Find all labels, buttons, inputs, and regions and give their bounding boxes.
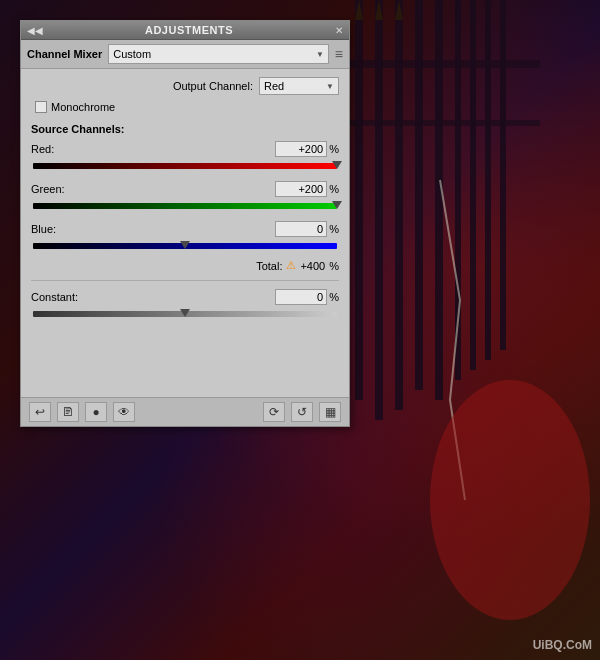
green-unit: % bbox=[329, 183, 339, 195]
toolbar-right: ⟳ ↺ ▦ bbox=[263, 402, 341, 422]
monochrome-label: Monochrome bbox=[51, 101, 115, 113]
panel-title: ADJUSTMENTS bbox=[145, 24, 233, 36]
red-slider-bar bbox=[33, 163, 337, 169]
divider bbox=[31, 280, 339, 281]
green-value-text: +200 bbox=[298, 183, 323, 195]
red-value-group: +200 % bbox=[275, 141, 339, 157]
constant-slider-track[interactable] bbox=[33, 307, 337, 321]
new-layer-button[interactable]: 🖹 bbox=[57, 402, 79, 422]
refresh-icon: ⟳ bbox=[269, 405, 279, 419]
monochrome-checkbox[interactable] bbox=[35, 101, 47, 113]
grid-icon: ▦ bbox=[325, 405, 336, 419]
blue-slider-top: Blue: 0 % bbox=[31, 221, 339, 237]
panel-window-controls: ✕ bbox=[335, 25, 343, 36]
panel-menu-icon[interactable]: ≡ bbox=[335, 46, 343, 62]
refresh-button[interactable]: ⟳ bbox=[263, 402, 285, 422]
constant-slider-row: Constant: 0 % bbox=[31, 289, 339, 321]
constant-unit: % bbox=[329, 291, 339, 303]
green-value-input[interactable]: +200 bbox=[275, 181, 327, 197]
red-slider-top: Red: +200 % bbox=[31, 141, 339, 157]
reset-button[interactable]: ↺ bbox=[291, 402, 313, 422]
adjustments-panel: ◀◀ ADJUSTMENTS ✕ Channel Mixer Custom ▼ … bbox=[20, 20, 350, 427]
eye-button[interactable]: 👁 bbox=[113, 402, 135, 422]
blue-value-text: 0 bbox=[317, 223, 323, 235]
toolbar-left: ↩ 🖹 ● 👁 bbox=[29, 402, 135, 422]
collapse-icon[interactable]: ◀◀ bbox=[27, 25, 43, 36]
reset-icon: ↺ bbox=[297, 405, 307, 419]
green-label: Green: bbox=[31, 183, 81, 195]
blue-slider-row: Blue: 0 % bbox=[31, 221, 339, 253]
empty-space bbox=[31, 329, 339, 389]
grid-button[interactable]: ▦ bbox=[319, 402, 341, 422]
panel-titlebar: ◀◀ ADJUSTMENTS ✕ bbox=[21, 21, 349, 40]
panel-body: Output Channel: Red ▼ Monochrome Source … bbox=[21, 69, 349, 397]
green-slider-handle[interactable] bbox=[332, 201, 342, 209]
green-slider-top: Green: +200 % bbox=[31, 181, 339, 197]
preset-value: Custom bbox=[113, 48, 151, 60]
red-label: Red: bbox=[31, 143, 81, 155]
blue-label: Blue: bbox=[31, 223, 81, 235]
constant-slider-handle[interactable] bbox=[180, 309, 190, 317]
warning-icon: ⚠ bbox=[286, 259, 296, 272]
output-channel-value: Red bbox=[264, 80, 284, 92]
total-value: +400 bbox=[300, 260, 325, 272]
green-value-group: +200 % bbox=[275, 181, 339, 197]
blue-slider-handle[interactable] bbox=[180, 241, 190, 249]
output-channel-label: Output Channel: bbox=[173, 80, 253, 92]
monochrome-row: Monochrome bbox=[35, 101, 339, 113]
history-back-button[interactable]: ↩ bbox=[29, 402, 51, 422]
output-channel-arrow: ▼ bbox=[326, 82, 334, 91]
panel-header: Channel Mixer Custom ▼ ≡ bbox=[21, 40, 349, 69]
red-slider-handle[interactable] bbox=[332, 161, 342, 169]
red-value-text: +200 bbox=[298, 143, 323, 155]
preset-dropdown[interactable]: Custom ▼ bbox=[108, 44, 329, 64]
watermark: UiBQ.CoM bbox=[533, 638, 592, 652]
preset-dropdown-arrow: ▼ bbox=[316, 50, 324, 59]
green-slider-bar bbox=[33, 203, 337, 209]
constant-value-group: 0 % bbox=[275, 289, 339, 305]
constant-slider-top: Constant: 0 % bbox=[31, 289, 339, 305]
constant-label: Constant: bbox=[31, 291, 81, 303]
channel-mixer-label: Channel Mixer bbox=[27, 48, 102, 60]
output-channel-row: Output Channel: Red ▼ bbox=[31, 77, 339, 95]
constant-section: Constant: 0 % bbox=[31, 289, 339, 321]
panel-toolbar: ↩ 🖹 ● 👁 ⟳ ↺ ▦ bbox=[21, 397, 349, 426]
blue-unit: % bbox=[329, 223, 339, 235]
visibility-icon: ● bbox=[92, 405, 99, 419]
history-back-icon: ↩ bbox=[35, 405, 45, 419]
total-unit: % bbox=[329, 260, 339, 272]
eye-icon: 👁 bbox=[118, 405, 130, 419]
panel-close-icon[interactable]: ✕ bbox=[335, 25, 343, 36]
constant-value-text: 0 bbox=[317, 291, 323, 303]
blue-value-input[interactable]: 0 bbox=[275, 221, 327, 237]
visibility-button[interactable]: ● bbox=[85, 402, 107, 422]
red-slider-track[interactable] bbox=[33, 159, 337, 173]
green-slider-row: Green: +200 % bbox=[31, 181, 339, 213]
red-slider-row: Red: +200 % bbox=[31, 141, 339, 173]
green-slider-track[interactable] bbox=[33, 199, 337, 213]
panel-collapse-controls[interactable]: ◀◀ bbox=[27, 25, 43, 36]
new-layer-icon: 🖹 bbox=[62, 405, 74, 419]
blue-slider-track[interactable] bbox=[33, 239, 337, 253]
blue-value-group: 0 % bbox=[275, 221, 339, 237]
total-label: Total: bbox=[256, 260, 282, 272]
output-channel-dropdown[interactable]: Red ▼ bbox=[259, 77, 339, 95]
source-channels-label: Source Channels: bbox=[31, 123, 339, 135]
red-value-input[interactable]: +200 bbox=[275, 141, 327, 157]
red-unit: % bbox=[329, 143, 339, 155]
constant-value-input[interactable]: 0 bbox=[275, 289, 327, 305]
total-row: Total: ⚠ +400 % bbox=[31, 259, 339, 272]
